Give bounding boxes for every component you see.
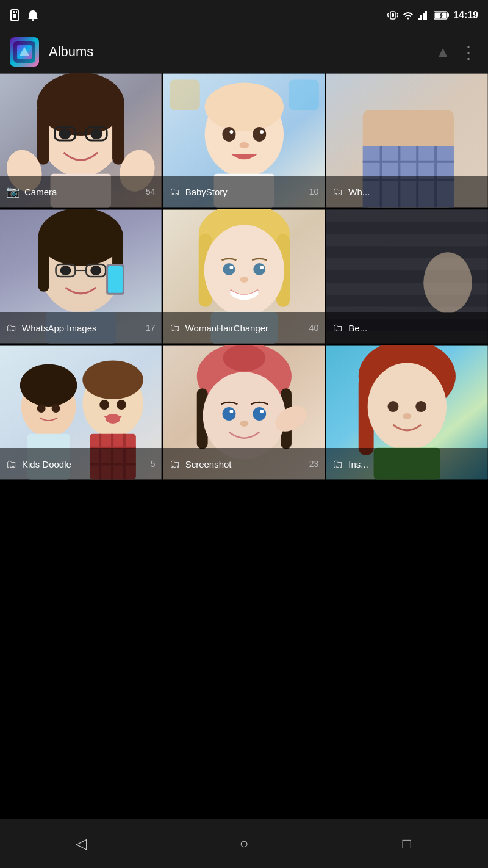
svg-line-9 [387, 16, 389, 17]
svg-point-43 [229, 130, 233, 134]
album-womanhair-count: 40 [309, 323, 319, 333]
status-time: 14:19 [453, 10, 478, 21]
svg-rect-2 [13, 11, 15, 13]
album-womanhair[interactable]: 🗂 WomanHairChanger 40 [163, 209, 325, 344]
album-col3row2-label: 🗂 Be... [326, 312, 488, 344]
svg-rect-4 [32, 19, 34, 21]
svg-rect-84 [326, 222, 488, 234]
album-babystory-label: 🗂 BabyStory 10 [163, 176, 325, 208]
notification-icon [27, 9, 39, 21]
svg-point-97 [20, 364, 77, 407]
folder-icon-col3row2: 🗂 [332, 322, 343, 335]
sim-icon [10, 9, 22, 21]
album-col3row3-label: 🗂 Ins... [326, 448, 488, 480]
svg-line-12 [397, 16, 398, 17]
status-bar-right: 14:19 [387, 9, 478, 21]
svg-point-105 [106, 414, 120, 424]
svg-point-99 [52, 404, 60, 413]
album-babystory-name: BabyStory [185, 187, 307, 197]
camera-icon: 📷 [6, 185, 20, 198]
svg-point-98 [37, 404, 46, 413]
svg-point-79 [260, 266, 264, 269]
album-whatsapp[interactable]: 🗂 WhatsApp Images 17 [0, 209, 162, 344]
bottom-spacer [0, 480, 488, 599]
svg-rect-48 [289, 79, 319, 110]
svg-point-75 [204, 225, 284, 316]
battery-icon [434, 11, 450, 20]
svg-point-121 [260, 410, 264, 413]
svg-rect-16 [425, 11, 427, 20]
album-col3row1-label: 🗂 Wh... [326, 176, 488, 208]
svg-point-41 [222, 127, 235, 142]
svg-point-114 [223, 345, 265, 371]
svg-point-77 [253, 263, 265, 275]
album-whatsapp-name: WhatsApp Images [22, 323, 143, 333]
svg-rect-85 [326, 234, 488, 246]
svg-point-120 [229, 410, 233, 413]
album-babystory[interactable]: 🗂 BabyStory 10 [163, 73, 325, 208]
album-camera-count: 54 [146, 187, 156, 197]
svg-rect-18 [447, 13, 449, 17]
svg-point-76 [223, 263, 235, 275]
svg-point-66 [60, 266, 71, 275]
app-logo-inner [13, 41, 35, 63]
home-icon: ○ [240, 835, 249, 852]
album-camera-name: Camera [24, 187, 143, 197]
album-col3-row1[interactable]: 🗂 Wh... [326, 73, 488, 208]
nav-home-button[interactable]: ○ [226, 831, 262, 856]
svg-point-45 [239, 142, 249, 148]
album-kids[interactable]: 🗂 Kids Doodle 5 [0, 345, 162, 480]
album-col3row2-name: Be... [348, 323, 479, 333]
folder-icon-col3row3: 🗂 [332, 458, 343, 471]
svg-point-94 [424, 252, 473, 313]
more-menu-button[interactable]: ⋮ [460, 42, 478, 62]
album-womanhair-name: WomanHairChanger [185, 323, 307, 333]
svg-point-78 [229, 266, 233, 269]
breadcrumb-arrow: ▲ [436, 43, 450, 60]
svg-rect-70 [108, 266, 123, 293]
svg-point-27 [37, 73, 124, 136]
svg-point-130 [403, 413, 412, 419]
album-whatsapp-count: 17 [146, 323, 156, 333]
folder-icon-babystory: 🗂 [170, 186, 181, 198]
album-col3-row2[interactable]: 🗂 Be... [326, 209, 488, 344]
svg-point-117 [203, 372, 285, 459]
svg-rect-86 [326, 246, 488, 258]
svg-point-67 [90, 266, 101, 275]
nav-recents-button[interactable]: □ [389, 831, 425, 856]
svg-point-118 [222, 407, 235, 421]
album-camera[interactable]: 📷 Camera 54 [0, 73, 162, 208]
svg-rect-83 [326, 210, 488, 222]
svg-point-104 [117, 400, 126, 410]
album-whatsapp-label: 🗂 WhatsApp Images 17 [0, 312, 162, 344]
svg-point-128 [388, 401, 399, 412]
svg-line-10 [397, 13, 398, 15]
svg-rect-61 [38, 237, 49, 292]
svg-point-119 [253, 407, 266, 421]
nav-bar: ◁ ○ □ [0, 819, 488, 868]
app-title: Albums [49, 44, 426, 60]
svg-rect-15 [423, 13, 425, 20]
wifi-icon [402, 9, 414, 21]
recents-icon: □ [402, 835, 411, 852]
album-kids-label: 🗂 Kids Doodle 5 [0, 448, 162, 480]
svg-point-40 [204, 82, 283, 131]
nav-back-button[interactable]: ◁ [63, 831, 99, 856]
svg-point-129 [416, 401, 427, 412]
svg-point-102 [82, 360, 143, 399]
albums-grid: 📷 Camera 54 [0, 73, 488, 480]
album-screenshot-count: 23 [309, 459, 319, 469]
album-col3-row3[interactable]: 🗂 Ins... [326, 345, 488, 480]
album-screenshot[interactable]: 🗂 Screenshot 23 [163, 345, 325, 480]
svg-point-80 [240, 277, 248, 283]
svg-line-7 [387, 13, 389, 15]
svg-point-42 [253, 127, 266, 142]
album-babystory-count: 10 [309, 187, 319, 197]
svg-rect-29 [112, 104, 124, 164]
back-icon: ◁ [76, 835, 87, 852]
album-screenshot-name: Screenshot [185, 459, 307, 469]
svg-rect-6 [392, 13, 394, 17]
svg-point-127 [368, 363, 447, 450]
folder-icon-col3row1: 🗂 [332, 186, 343, 198]
svg-point-60 [38, 209, 123, 266]
